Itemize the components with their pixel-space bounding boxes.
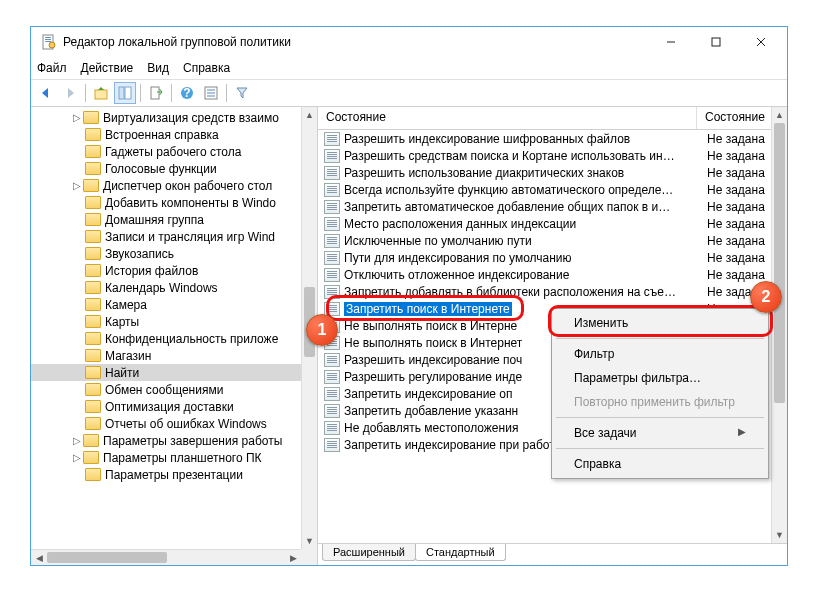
tree-item-label: Добавить компоненты в Windo [105, 196, 276, 210]
folder-icon [83, 111, 99, 124]
list-header: Состояние Состояние [318, 107, 787, 130]
svg-rect-9 [95, 90, 107, 99]
filter-button[interactable] [231, 82, 253, 104]
tree-item[interactable]: Камера [31, 296, 301, 313]
list-row[interactable]: Запретить добавлять в библиотеки располо… [318, 283, 787, 300]
list-row-label: Исключенные по умолчанию пути [344, 234, 703, 248]
tree-item[interactable]: Встроенная справка [31, 126, 301, 143]
tree-item[interactable]: Записи и трансляция игр Wind [31, 228, 301, 245]
svg-rect-3 [45, 41, 51, 42]
list-row[interactable]: Запретить автоматическое добавление общи… [318, 198, 787, 215]
list-scrollbar-v[interactable]: ▲ ▼ [771, 107, 787, 543]
list-row[interactable]: Исключенные по умолчанию путиНе задана [318, 232, 787, 249]
folder-icon [85, 315, 101, 328]
export-button[interactable] [145, 82, 167, 104]
folder-icon [85, 417, 101, 430]
help-button[interactable]: ? [176, 82, 198, 104]
folder-icon [85, 145, 101, 158]
tree[interactable]: ▷Виртуализация средств взаимоВстроенная … [31, 107, 301, 549]
tree-item[interactable]: ▷Параметры планшетного ПК [31, 449, 301, 466]
tree-item[interactable]: Календарь Windows [31, 279, 301, 296]
ctx-edit[interactable]: Изменить [554, 311, 766, 335]
window-controls [648, 28, 783, 56]
ctx-help[interactable]: Справка [554, 452, 766, 476]
tree-item[interactable]: Конфиденциальность приложе [31, 330, 301, 347]
ctx-filter-params[interactable]: Параметры фильтра… [554, 366, 766, 390]
expand-icon[interactable]: ▷ [71, 112, 83, 123]
list-row[interactable]: Всегда используйте функцию автоматическо… [318, 181, 787, 198]
tree-item-label: Найти [105, 366, 139, 380]
minimize-button[interactable] [648, 28, 693, 56]
list-row-label: Отключить отложенное индексирование [344, 268, 703, 282]
ctx-filter[interactable]: Фильтр [554, 342, 766, 366]
tree-item[interactable]: Карты [31, 313, 301, 330]
tree-item[interactable]: ▷Виртуализация средств взаимо [31, 109, 301, 126]
tree-item[interactable]: Оптимизация доставки [31, 398, 301, 415]
tree-item-label: Встроенная справка [105, 128, 219, 142]
list-row[interactable]: Пути для индексирования по умолчаниюНе з… [318, 249, 787, 266]
close-button[interactable] [738, 28, 783, 56]
list-row[interactable]: Разрешить индексирование шифрованных фай… [318, 130, 787, 147]
tree-item-label: Камера [105, 298, 147, 312]
menu-action[interactable]: Действие [81, 61, 134, 75]
tree-item[interactable]: Найти [31, 364, 301, 381]
folder-icon [85, 366, 101, 379]
svg-rect-1 [45, 37, 51, 38]
list-row[interactable]: Место расположения данных индексацииНе з… [318, 215, 787, 232]
policy-icon [324, 302, 340, 316]
list-row-label: Запретить автоматическое добавление общи… [344, 200, 703, 214]
policy-icon [324, 404, 340, 418]
tab-extended[interactable]: Расширенный [322, 544, 416, 561]
list-row-label: Разрешить средствам поиска и Кортане исп… [344, 149, 703, 163]
show-tree-button[interactable] [114, 82, 136, 104]
tree-item[interactable]: Отчеты об ошибках Windows [31, 415, 301, 432]
tree-item[interactable]: Добавить компоненты в Windo [31, 194, 301, 211]
badge-2: 2 [750, 281, 782, 313]
tree-item-label: Параметры презентации [105, 468, 243, 482]
forward-button[interactable] [59, 82, 81, 104]
app-icon [41, 34, 57, 50]
expand-icon[interactable]: ▷ [71, 180, 83, 191]
tree-item[interactable]: Магазин [31, 347, 301, 364]
column-name[interactable]: Состояние [318, 107, 697, 129]
tree-item-label: Голосовые функции [105, 162, 217, 176]
menu-help[interactable]: Справка [183, 61, 230, 75]
tree-item[interactable]: Обмен сообщениями [31, 381, 301, 398]
tree-item-label: Оптимизация доставки [105, 400, 234, 414]
tree-item-label: История файлов [105, 264, 198, 278]
list-row[interactable]: Разрешить средствам поиска и Кортане исп… [318, 147, 787, 164]
tab-standard[interactable]: Стандартный [415, 544, 506, 561]
back-button[interactable] [35, 82, 57, 104]
properties-button[interactable] [200, 82, 222, 104]
tree-item[interactable]: ▷Параметры завершения работы [31, 432, 301, 449]
policy-icon [324, 438, 340, 452]
up-button[interactable] [90, 82, 112, 104]
tree-item-label: Виртуализация средств взаимо [103, 111, 279, 125]
maximize-button[interactable] [693, 28, 738, 56]
ctx-all-tasks[interactable]: Все задачи▶ [554, 421, 766, 445]
svg-rect-6 [712, 38, 720, 46]
tree-item[interactable]: ▷Диспетчер окон рабочего стол [31, 177, 301, 194]
folder-icon [85, 383, 101, 396]
expand-icon[interactable]: ▷ [71, 435, 83, 446]
tree-item[interactable]: Домашняя группа [31, 211, 301, 228]
menu-view[interactable]: Вид [147, 61, 169, 75]
folder-icon [83, 451, 99, 464]
toolbar: ? [31, 79, 787, 107]
list-row[interactable]: Отключить отложенное индексированиеНе за… [318, 266, 787, 283]
tree-scrollbar-h[interactable]: ◀ ▶ [31, 549, 301, 565]
tree-item[interactable]: История файлов [31, 262, 301, 279]
list-row[interactable]: Разрешить использование диакритических з… [318, 164, 787, 181]
tree-item-label: Магазин [105, 349, 151, 363]
tree-item[interactable]: Звукозапись [31, 245, 301, 262]
tree-item[interactable]: Параметры презентации [31, 466, 301, 483]
titlebar: Редактор локальной групповой политики [31, 27, 787, 57]
svg-point-4 [49, 42, 55, 48]
tree-item-label: Звукозапись [105, 247, 174, 261]
svg-rect-11 [125, 87, 131, 99]
tree-item[interactable]: Голосовые функции [31, 160, 301, 177]
expand-icon[interactable]: ▷ [71, 452, 83, 463]
tree-item[interactable]: Гаджеты рабочего стола [31, 143, 301, 160]
menu-file[interactable]: Файл [37, 61, 67, 75]
policy-icon [324, 370, 340, 384]
